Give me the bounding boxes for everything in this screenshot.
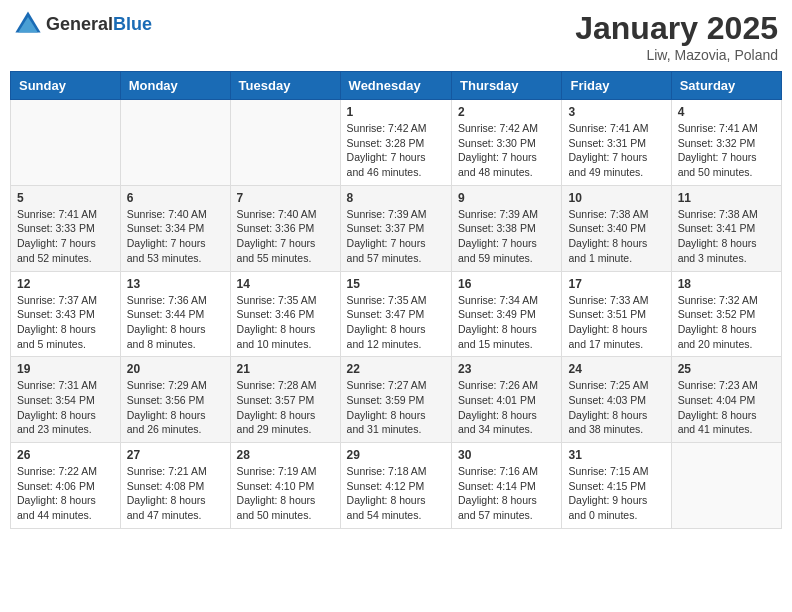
day-content: Sunrise: 7:28 AM Sunset: 3:57 PM Dayligh… <box>237 378 334 437</box>
day-cell-3: 3Sunrise: 7:41 AM Sunset: 3:31 PM Daylig… <box>562 100 671 186</box>
day-content: Sunrise: 7:29 AM Sunset: 3:56 PM Dayligh… <box>127 378 224 437</box>
weekday-sunday: Sunday <box>11 72 121 100</box>
day-number: 9 <box>458 191 555 205</box>
weekday-header-row: SundayMondayTuesdayWednesdayThursdayFrid… <box>11 72 782 100</box>
day-cell-16: 16Sunrise: 7:34 AM Sunset: 3:49 PM Dayli… <box>452 271 562 357</box>
day-content: Sunrise: 7:37 AM Sunset: 3:43 PM Dayligh… <box>17 293 114 352</box>
day-number: 6 <box>127 191 224 205</box>
day-cell-7: 7Sunrise: 7:40 AM Sunset: 3:36 PM Daylig… <box>230 185 340 271</box>
day-number: 24 <box>568 362 664 376</box>
day-number: 17 <box>568 277 664 291</box>
day-number: 7 <box>237 191 334 205</box>
day-number: 10 <box>568 191 664 205</box>
weekday-thursday: Thursday <box>452 72 562 100</box>
day-number: 31 <box>568 448 664 462</box>
day-content: Sunrise: 7:40 AM Sunset: 3:34 PM Dayligh… <box>127 207 224 266</box>
day-content: Sunrise: 7:39 AM Sunset: 3:37 PM Dayligh… <box>347 207 445 266</box>
day-cell-27: 27Sunrise: 7:21 AM Sunset: 4:08 PM Dayli… <box>120 443 230 529</box>
day-content: Sunrise: 7:15 AM Sunset: 4:15 PM Dayligh… <box>568 464 664 523</box>
day-number: 29 <box>347 448 445 462</box>
day-cell-12: 12Sunrise: 7:37 AM Sunset: 3:43 PM Dayli… <box>11 271 121 357</box>
day-number: 5 <box>17 191 114 205</box>
day-number: 16 <box>458 277 555 291</box>
day-number: 30 <box>458 448 555 462</box>
month-title: January 2025 <box>575 10 778 47</box>
day-content: Sunrise: 7:41 AM Sunset: 3:32 PM Dayligh… <box>678 121 775 180</box>
logo: GeneralBlue <box>14 10 152 38</box>
day-cell-4: 4Sunrise: 7:41 AM Sunset: 3:32 PM Daylig… <box>671 100 781 186</box>
day-content: Sunrise: 7:32 AM Sunset: 3:52 PM Dayligh… <box>678 293 775 352</box>
day-cell-8: 8Sunrise: 7:39 AM Sunset: 3:37 PM Daylig… <box>340 185 451 271</box>
day-cell-26: 26Sunrise: 7:22 AM Sunset: 4:06 PM Dayli… <box>11 443 121 529</box>
day-cell-24: 24Sunrise: 7:25 AM Sunset: 4:03 PM Dayli… <box>562 357 671 443</box>
week-row-1: 1Sunrise: 7:42 AM Sunset: 3:28 PM Daylig… <box>11 100 782 186</box>
day-content: Sunrise: 7:21 AM Sunset: 4:08 PM Dayligh… <box>127 464 224 523</box>
day-cell-13: 13Sunrise: 7:36 AM Sunset: 3:44 PM Dayli… <box>120 271 230 357</box>
weekday-wednesday: Wednesday <box>340 72 451 100</box>
day-content: Sunrise: 7:35 AM Sunset: 3:46 PM Dayligh… <box>237 293 334 352</box>
day-content: Sunrise: 7:36 AM Sunset: 3:44 PM Dayligh… <box>127 293 224 352</box>
day-cell-14: 14Sunrise: 7:35 AM Sunset: 3:46 PM Dayli… <box>230 271 340 357</box>
day-number: 23 <box>458 362 555 376</box>
day-number: 11 <box>678 191 775 205</box>
day-content: Sunrise: 7:16 AM Sunset: 4:14 PM Dayligh… <box>458 464 555 523</box>
day-content: Sunrise: 7:39 AM Sunset: 3:38 PM Dayligh… <box>458 207 555 266</box>
day-number: 2 <box>458 105 555 119</box>
empty-cell <box>120 100 230 186</box>
week-row-4: 19Sunrise: 7:31 AM Sunset: 3:54 PM Dayli… <box>11 357 782 443</box>
day-content: Sunrise: 7:19 AM Sunset: 4:10 PM Dayligh… <box>237 464 334 523</box>
day-number: 4 <box>678 105 775 119</box>
logo-general: General <box>46 14 113 34</box>
page-header: GeneralBlue January 2025 Liw, Mazovia, P… <box>10 10 782 63</box>
day-content: Sunrise: 7:33 AM Sunset: 3:51 PM Dayligh… <box>568 293 664 352</box>
day-cell-30: 30Sunrise: 7:16 AM Sunset: 4:14 PM Dayli… <box>452 443 562 529</box>
day-number: 20 <box>127 362 224 376</box>
day-content: Sunrise: 7:27 AM Sunset: 3:59 PM Dayligh… <box>347 378 445 437</box>
day-cell-11: 11Sunrise: 7:38 AM Sunset: 3:41 PM Dayli… <box>671 185 781 271</box>
day-number: 12 <box>17 277 114 291</box>
day-number: 8 <box>347 191 445 205</box>
day-cell-22: 22Sunrise: 7:27 AM Sunset: 3:59 PM Dayli… <box>340 357 451 443</box>
day-number: 13 <box>127 277 224 291</box>
day-cell-15: 15Sunrise: 7:35 AM Sunset: 3:47 PM Dayli… <box>340 271 451 357</box>
day-content: Sunrise: 7:42 AM Sunset: 3:28 PM Dayligh… <box>347 121 445 180</box>
day-content: Sunrise: 7:31 AM Sunset: 3:54 PM Dayligh… <box>17 378 114 437</box>
week-row-5: 26Sunrise: 7:22 AM Sunset: 4:06 PM Dayli… <box>11 443 782 529</box>
day-content: Sunrise: 7:40 AM Sunset: 3:36 PM Dayligh… <box>237 207 334 266</box>
weekday-saturday: Saturday <box>671 72 781 100</box>
weekday-monday: Monday <box>120 72 230 100</box>
day-content: Sunrise: 7:38 AM Sunset: 3:41 PM Dayligh… <box>678 207 775 266</box>
day-cell-9: 9Sunrise: 7:39 AM Sunset: 3:38 PM Daylig… <box>452 185 562 271</box>
day-number: 14 <box>237 277 334 291</box>
day-cell-18: 18Sunrise: 7:32 AM Sunset: 3:52 PM Dayli… <box>671 271 781 357</box>
weekday-friday: Friday <box>562 72 671 100</box>
day-cell-31: 31Sunrise: 7:15 AM Sunset: 4:15 PM Dayli… <box>562 443 671 529</box>
day-cell-1: 1Sunrise: 7:42 AM Sunset: 3:28 PM Daylig… <box>340 100 451 186</box>
day-cell-17: 17Sunrise: 7:33 AM Sunset: 3:51 PM Dayli… <box>562 271 671 357</box>
day-content: Sunrise: 7:34 AM Sunset: 3:49 PM Dayligh… <box>458 293 555 352</box>
day-cell-10: 10Sunrise: 7:38 AM Sunset: 3:40 PM Dayli… <box>562 185 671 271</box>
logo-icon <box>14 10 42 38</box>
day-number: 28 <box>237 448 334 462</box>
day-number: 3 <box>568 105 664 119</box>
day-cell-20: 20Sunrise: 7:29 AM Sunset: 3:56 PM Dayli… <box>120 357 230 443</box>
day-cell-19: 19Sunrise: 7:31 AM Sunset: 3:54 PM Dayli… <box>11 357 121 443</box>
day-number: 25 <box>678 362 775 376</box>
day-content: Sunrise: 7:42 AM Sunset: 3:30 PM Dayligh… <box>458 121 555 180</box>
day-number: 21 <box>237 362 334 376</box>
day-number: 18 <box>678 277 775 291</box>
week-row-3: 12Sunrise: 7:37 AM Sunset: 3:43 PM Dayli… <box>11 271 782 357</box>
calendar-table: SundayMondayTuesdayWednesdayThursdayFrid… <box>10 71 782 529</box>
day-number: 22 <box>347 362 445 376</box>
day-number: 26 <box>17 448 114 462</box>
day-content: Sunrise: 7:18 AM Sunset: 4:12 PM Dayligh… <box>347 464 445 523</box>
day-content: Sunrise: 7:35 AM Sunset: 3:47 PM Dayligh… <box>347 293 445 352</box>
day-cell-2: 2Sunrise: 7:42 AM Sunset: 3:30 PM Daylig… <box>452 100 562 186</box>
title-block: January 2025 Liw, Mazovia, Poland <box>575 10 778 63</box>
empty-cell <box>671 443 781 529</box>
day-number: 19 <box>17 362 114 376</box>
day-content: Sunrise: 7:22 AM Sunset: 4:06 PM Dayligh… <box>17 464 114 523</box>
day-cell-23: 23Sunrise: 7:26 AM Sunset: 4:01 PM Dayli… <box>452 357 562 443</box>
week-row-2: 5Sunrise: 7:41 AM Sunset: 3:33 PM Daylig… <box>11 185 782 271</box>
empty-cell <box>11 100 121 186</box>
